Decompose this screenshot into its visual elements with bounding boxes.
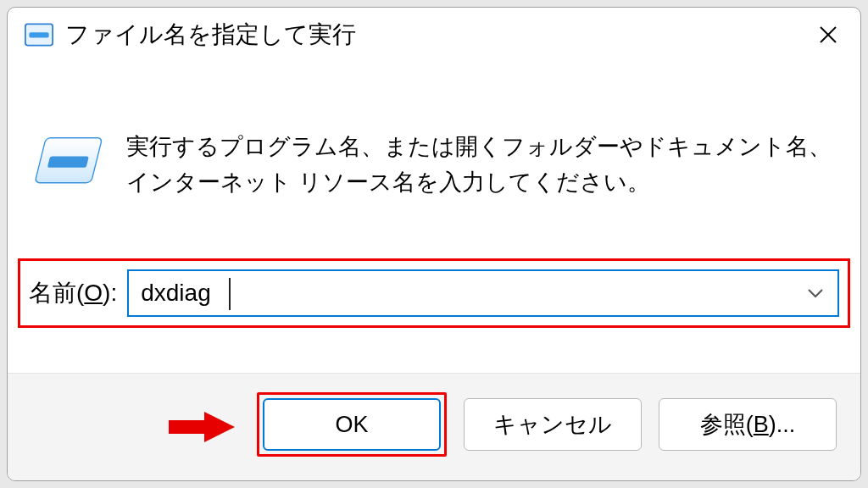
close-icon — [819, 25, 837, 44]
label-prefix: 名前( — [29, 280, 84, 306]
text-caret — [229, 278, 231, 310]
name-label: 名前(O): — [29, 277, 117, 309]
browse-button[interactable]: 参照(B)... — [659, 398, 837, 451]
svg-marker-7 — [169, 412, 235, 442]
input-row-highlight: 名前(O): — [18, 258, 850, 328]
svg-rect-6 — [47, 156, 89, 167]
run-icon-large — [33, 133, 106, 194]
titlebar: ファイル名を指定して実行 — [8, 8, 860, 62]
run-icon — [25, 23, 53, 47]
chevron-down-icon[interactable] — [800, 288, 837, 298]
run-dialog: ファイル名を指定して実行 実行するプログラム名、または開くフォルダーやドキュメン… — [7, 7, 861, 481]
browse-prefix: 参照( — [700, 409, 754, 440]
cancel-button[interactable]: キャンセル — [464, 398, 642, 451]
close-button[interactable] — [810, 16, 847, 53]
button-bar: OK キャンセル 参照(B)... — [8, 373, 860, 480]
browse-suffix: )... — [769, 412, 796, 438]
arrow-annotation-icon — [169, 410, 235, 444]
instruction-text: 実行するプログラム名、または開くフォルダーやドキュメント名、インターネット リソ… — [126, 130, 835, 201]
ok-button[interactable]: OK — [263, 398, 441, 451]
name-combobox[interactable] — [127, 269, 839, 317]
ok-button-highlight: OK — [257, 392, 447, 457]
content-area: 実行するプログラム名、または開くフォルダーやドキュメント名、インターネット リソ… — [8, 62, 860, 226]
browse-accel: B — [754, 412, 769, 438]
svg-rect-1 — [29, 32, 48, 37]
label-suffix: ): — [103, 280, 117, 306]
dialog-title: ファイル名を指定して実行 — [65, 19, 798, 51]
label-accel: O — [84, 280, 103, 306]
